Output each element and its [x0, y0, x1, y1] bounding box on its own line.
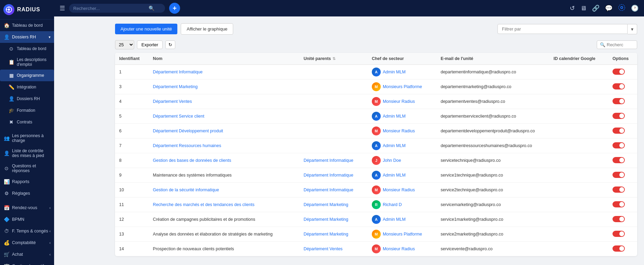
- chef-link[interactable]: Admin MLM: [383, 217, 406, 222]
- parent-link[interactable]: Département Marketing: [304, 202, 349, 207]
- sidebar-item-dossiers-rh-sub[interactable]: 👤 Dossiers RH: [0, 93, 54, 105]
- cell-nom[interactable]: Département Ventes: [149, 94, 300, 109]
- cell-nom[interactable]: Département Service client: [149, 109, 300, 124]
- filter-dropdown-button[interactable]: ▾: [628, 24, 637, 34]
- cell-chef: M Monsieur Radius: [368, 124, 437, 138]
- parent-link[interactable]: Département Marketing: [304, 217, 349, 222]
- dept-link[interactable]: Recherche des marchés et des tendances d…: [153, 202, 255, 207]
- chef-link[interactable]: Monsieur Radius: [383, 99, 415, 104]
- chef-link[interactable]: Admin MLM: [383, 173, 406, 178]
- sort-unite-icon[interactable]: ⇅: [332, 57, 336, 61]
- sidebar-item-rapports[interactable]: 📊 Rapports: [0, 176, 54, 188]
- options-toggle[interactable]: [613, 216, 625, 222]
- sidebar-item-reglages[interactable]: ⚙ Réglages: [0, 188, 54, 199]
- add-button[interactable]: +: [169, 3, 180, 14]
- cell-unite-parents: [300, 65, 368, 80]
- cell-unite-parents: Département Informatique: [300, 153, 368, 168]
- options-toggle[interactable]: [613, 231, 625, 237]
- dept-link[interactable]: Département Ressources humaines: [153, 143, 221, 148]
- chef-link[interactable]: Monsieur Radius: [383, 246, 415, 251]
- sidebar-item-dossiers-rh[interactable]: 👤 Dossiers RH ▾: [0, 31, 54, 43]
- cell-nom[interactable]: Département Développement produit: [149, 124, 300, 138]
- options-toggle[interactable]: [613, 157, 625, 163]
- table-search-input[interactable]: [607, 42, 634, 47]
- history-icon[interactable]: ↺: [570, 4, 575, 12]
- sidebar-item-descriptions-emploi[interactable]: 📋 Les descriptions d'emploi: [0, 55, 54, 70]
- options-toggle[interactable]: [613, 142, 625, 148]
- parent-link[interactable]: Département Informatique: [304, 158, 353, 163]
- options-toggle[interactable]: [613, 69, 625, 75]
- dept-link[interactable]: Gestion des bases de données de clients: [153, 158, 231, 163]
- cell-unite-parents: Département Marketing: [300, 197, 368, 212]
- cell-nom[interactable]: Gestion de la sécurité informatique: [149, 183, 300, 197]
- options-toggle[interactable]: [613, 128, 625, 134]
- parent-link[interactable]: Département Informatique: [304, 188, 353, 192]
- cell-nom[interactable]: Recherche des marchés et des tendances d…: [149, 197, 300, 212]
- search-input[interactable]: [73, 6, 149, 11]
- chef-link[interactable]: Richard D: [383, 202, 402, 207]
- th-unite-parents[interactable]: Unité parents ⇅: [300, 53, 368, 65]
- chef-link[interactable]: Admin MLM: [383, 143, 406, 148]
- sidebar-item-tableau-de-bord[interactable]: 🏠 Tableau de bord: [0, 20, 54, 31]
- export-button[interactable]: Exporter: [137, 40, 163, 49]
- cell-nom[interactable]: Département Marketing: [149, 80, 300, 94]
- sidebar-item-f-temps-conges[interactable]: ⏱ F. Temps & congés ‹: [0, 225, 54, 237]
- cell-nom[interactable]: Gestion des bases de données de clients: [149, 153, 300, 168]
- settings-topbar-icon[interactable]: [618, 4, 626, 13]
- table-row: 12Création de campagnes publicitaires et…: [115, 212, 637, 227]
- options-toggle[interactable]: [613, 113, 625, 119]
- sidebar-item-achat[interactable]: 🛒 Achat ‹: [0, 249, 54, 260]
- contrats-icon: ✖: [8, 119, 14, 125]
- cell-nom[interactable]: Département Informatique: [149, 65, 300, 80]
- options-toggle[interactable]: [613, 245, 625, 252]
- options-toggle[interactable]: [613, 98, 625, 104]
- dept-link[interactable]: Département Informatique: [153, 70, 203, 74]
- show-graph-button[interactable]: Afficher le graphique: [181, 23, 233, 35]
- sidebar-item-contrats[interactable]: ✖ Contrats: [0, 116, 54, 128]
- sidebar-item-personnes-a-charge[interactable]: 👥 Les personnes à charge: [0, 131, 54, 146]
- sidebar-item-liste-controle[interactable]: 👤 Liste de contrôle des mises à pied: [0, 146, 54, 161]
- menu-icon[interactable]: ☰: [60, 4, 65, 12]
- logo-icon: [3, 4, 14, 15]
- options-toggle[interactable]: [613, 172, 625, 178]
- sidebar-item-formation[interactable]: 🎓 Formation: [0, 105, 54, 116]
- monitor-icon[interactable]: 🖥: [580, 5, 586, 12]
- svg-point-6: [619, 4, 625, 11]
- options-toggle[interactable]: [613, 201, 625, 207]
- parent-link[interactable]: Département Informatique: [304, 173, 353, 178]
- chef-link[interactable]: Monsieurs Platforme: [383, 232, 422, 237]
- clock-icon[interactable]: 🕐: [631, 4, 639, 12]
- cell-nom[interactable]: Département Ressources humaines: [149, 138, 300, 153]
- sidebar-item-organigramme[interactable]: ▦ Organigramme: [0, 70, 54, 81]
- sidebar-item-gestion-actifs[interactable]: 🏢 Gestion des actifs ‹: [0, 260, 54, 265]
- sidebar-item-rendez-vous[interactable]: 📅 Rendez-vous ‹: [0, 202, 54, 214]
- dept-link[interactable]: Département Marketing: [153, 84, 198, 89]
- chef-link[interactable]: Monsieurs Platforme: [383, 84, 422, 89]
- refresh-button[interactable]: ↻: [165, 40, 175, 49]
- dept-link[interactable]: Gestion de la sécurité informatique: [153, 188, 219, 192]
- dept-link[interactable]: Département Ventes: [153, 99, 192, 104]
- options-toggle[interactable]: [613, 186, 625, 193]
- dept-link[interactable]: Département Développement produit: [153, 129, 223, 133]
- filter-input[interactable]: [502, 26, 623, 32]
- parent-link[interactable]: Département Marketing: [304, 232, 349, 237]
- parent-link[interactable]: Département Ventes: [304, 246, 343, 251]
- dept-link[interactable]: Département Service client: [153, 114, 204, 119]
- share-icon[interactable]: 🔗: [592, 4, 599, 12]
- sidebar-item-integration[interactable]: ✏️ Intégration: [0, 81, 54, 93]
- sidebar-item-comptabilite[interactable]: 💰 Comptabilité ‹: [0, 237, 54, 249]
- add-unit-button[interactable]: Ajouter une nouvelle unité: [115, 24, 177, 34]
- chef-link[interactable]: Admin MLM: [383, 114, 406, 119]
- chat-topbar-icon[interactable]: 💬: [605, 4, 613, 12]
- per-page-select[interactable]: 25 50 100: [115, 40, 134, 49]
- cell-id: 1: [115, 65, 149, 80]
- chef-link[interactable]: John Doe: [383, 158, 401, 163]
- sidebar-item-bpmn[interactable]: 🔷 BPMN: [0, 214, 54, 225]
- chef-link[interactable]: Admin MLM: [383, 70, 406, 74]
- filter-bar: ▾: [497, 24, 637, 34]
- chef-link[interactable]: Monsieur Radius: [383, 188, 415, 192]
- sidebar-item-tableau-de-bord-sub[interactable]: ⊙ Tableau de bord: [0, 43, 54, 55]
- options-toggle[interactable]: [613, 83, 625, 89]
- chef-link[interactable]: Monsieur Radius: [383, 129, 415, 133]
- sidebar-item-questions-reponses[interactable]: ⊙ Questions et réponses: [0, 161, 54, 176]
